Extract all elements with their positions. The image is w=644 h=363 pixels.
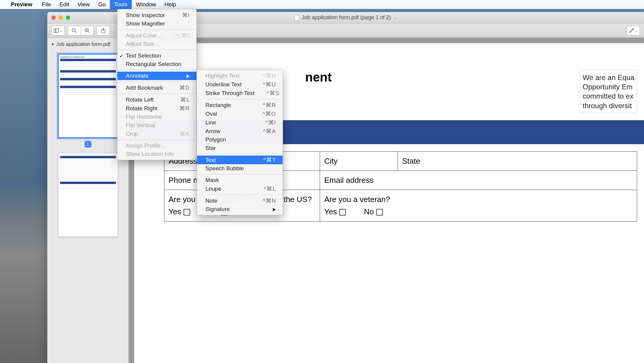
svg-line-6 [88,31,90,33]
field-email-label: Email address [320,171,637,190]
checkbox-eligible-yes[interactable] [184,209,190,216]
tools-item-rectangular-selection[interactable]: Rectangular Selection [117,60,196,68]
annotate-item-signature[interactable]: Signature▶ [197,205,283,213]
share-button[interactable] [97,26,110,35]
page-thumbnail-2[interactable] [58,153,118,237]
annotate-submenu: Highlight Text^⌘HUnderline Text^⌘UStrike… [197,70,283,215]
annotate-item-arrow[interactable]: Arrow^⌘A [197,127,283,135]
close-window-button[interactable] [51,16,56,20]
minimize-window-button[interactable] [59,16,63,20]
fullscreen-window-button[interactable] [66,16,70,20]
annotate-item-rectangle[interactable]: Rectangle^⌘R [197,101,283,109]
svg-rect-0 [54,28,56,32]
tools-item-show-inspector[interactable]: Show Inspector⌘I [117,11,196,19]
window-controls [51,16,70,20]
tools-item-rotate-left[interactable]: Rotate Left⌘L [117,95,196,104]
menu-help[interactable]: Help [160,0,180,9]
tools-item-show-location-info: Show Location Info [117,150,196,158]
title-dropdown-icon[interactable]: ⌄ [393,15,397,20]
menu-file[interactable]: File [38,0,55,9]
annotate-item-text[interactable]: Text^⌘T [197,156,283,164]
tools-item-assign-profile-: Assign Profile… [117,141,196,150]
markup-button[interactable]: ⌄ [627,26,640,35]
annotate-item-star[interactable]: Star [197,144,283,152]
svg-line-3 [75,31,77,33]
annotate-item-strike-through-text[interactable]: Strike Through Text^⌘S [197,89,283,97]
tools-item-adjust-size-: Adjust Size… [117,40,196,48]
field-veteran: Are you a veteran? Yes No [320,190,637,221]
document-icon [294,15,299,21]
page-number-badge: 1 [85,141,91,147]
menu-view[interactable]: View [73,0,94,9]
annotate-item-oval[interactable]: Oval^⌘O [197,109,283,118]
tools-item-rotate-right[interactable]: Rotate Right⌘R [117,104,196,113]
tools-item-show-magnifier[interactable]: Show Magnifier` [117,19,196,28]
disclosure-triangle-icon[interactable]: ▼ [51,42,54,46]
doc-tagline: We are an Equa Opportunity Em committed … [580,70,637,113]
field-state-label: State [398,151,637,171]
thumbnail-sidebar: ▼ Job application form.pdf Application F… [47,38,129,363]
menu-go[interactable]: Go [94,0,110,9]
tools-item-flip-vertical: Flip Vertical [117,121,196,129]
annotate-item-underline-text[interactable]: Underline Text^⌘U [197,80,283,89]
annotate-item-loupe[interactable]: Loupe^⌘L [197,184,283,193]
page-thumbnail-1[interactable]: Application For Employment [58,54,118,138]
sidebar-header[interactable]: ▼ Job application form.pdf [47,40,128,49]
tools-dropdown: Show Inspector⌘IShow Magnifier`Adjust Co… [117,9,197,160]
annotate-item-highlight-text: Highlight Text^⌘H [197,71,283,80]
tools-item-annotate[interactable]: Annotate▶ [117,72,196,80]
menu-tools[interactable]: Tools [110,0,131,9]
annotate-item-mask[interactable]: Mask [197,176,283,184]
svg-rect-1 [56,28,58,32]
view-mode-button[interactable]: ⌄ [51,26,65,35]
zoom-in-button[interactable] [81,26,94,35]
svg-point-10 [633,28,634,29]
tools-item-text-selection[interactable]: ✓Text Selection [117,52,196,60]
tools-item-add-bookmark[interactable]: Add Bookmark⌘D [117,83,196,92]
annotate-item-speech-bubble[interactable]: Speech Bubble [197,164,283,173]
menu-window[interactable]: Window [132,0,160,9]
field-city-label: City [320,151,398,171]
menu-edit[interactable]: Edit [55,0,73,9]
app-name[interactable]: Preview [11,1,32,8]
tools-item-crop: Crop⌘K [117,129,196,138]
annotate-item-line[interactable]: Line^⌘I [197,118,283,127]
tools-item-adjust-color-: Adjust Color…⌥⌘C [117,31,196,40]
zoom-out-button[interactable] [68,26,81,35]
annotate-item-polygon[interactable]: Polygon [197,135,283,144]
checkbox-veteran-yes[interactable] [339,209,346,216]
menubar: Preview File Edit View Go Tools Window H… [0,0,644,9]
window-title[interactable]: Job application form.pdf (page 1 of 2) [301,14,391,21]
annotate-item-note[interactable]: Note^⌘N [197,196,283,205]
zoom-group [68,26,94,35]
sidebar-filename: Job application form.pdf [56,41,110,47]
checkbox-veteran-no[interactable] [376,209,383,216]
tools-item-flip-horizontal: Flip Horizontal [117,113,196,121]
